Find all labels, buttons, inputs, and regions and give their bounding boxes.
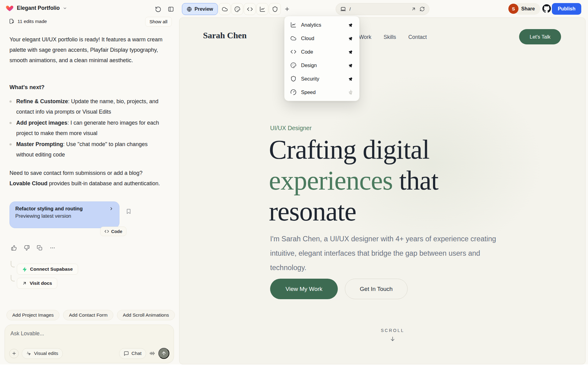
avatar[interactable]: S bbox=[508, 4, 518, 14]
get-in-touch-button[interactable]: Get In Touch bbox=[345, 279, 408, 299]
code-icon bbox=[247, 6, 253, 12]
nav-link-contact[interactable]: Contact bbox=[408, 34, 427, 40]
message-actions bbox=[11, 245, 55, 251]
scroll-label: SCROLL bbox=[362, 328, 423, 333]
chevron-right-icon bbox=[109, 206, 114, 211]
preview-button[interactable]: Preview bbox=[182, 3, 218, 15]
pin-off-icon[interactable] bbox=[348, 90, 353, 95]
arrow-down-icon bbox=[390, 336, 396, 342]
thumbs-down-icon[interactable] bbox=[24, 245, 30, 251]
history-icon[interactable] bbox=[154, 6, 162, 13]
version-card[interactable]: Refactor styling and routing Previewing … bbox=[9, 201, 119, 228]
visual-edits-button[interactable]: Visual edits bbox=[22, 348, 63, 359]
preview-url-bar[interactable]: / bbox=[336, 3, 429, 15]
supabase-icon bbox=[22, 267, 27, 272]
url-path[interactable]: / bbox=[349, 6, 351, 12]
pin-icon[interactable] bbox=[348, 22, 353, 28]
send-button[interactable] bbox=[158, 348, 169, 359]
assistant-message-intro: Your elegant UI/UX portfolio is ready! I… bbox=[9, 34, 163, 66]
panel-left-icon[interactable] bbox=[167, 6, 175, 13]
hero-buttons: View My Work Get In Touch bbox=[270, 279, 408, 299]
refresh-icon[interactable] bbox=[420, 6, 425, 12]
thumbs-up-icon[interactable] bbox=[11, 245, 17, 251]
nav-link-skills[interactable]: Skills bbox=[384, 34, 396, 40]
pin-icon[interactable] bbox=[348, 63, 353, 68]
menu-item-label: Analytics bbox=[301, 22, 321, 28]
publish-label: Publish bbox=[558, 6, 575, 12]
preview-label: Preview bbox=[194, 6, 213, 12]
site-preview-frame: Sarah Chen Work Skills Contact Let's Tal… bbox=[179, 17, 586, 364]
analytics-icon bbox=[290, 22, 296, 28]
view-my-work-button[interactable]: View My Work bbox=[270, 279, 338, 299]
show-all-button[interactable]: Show all bbox=[145, 17, 172, 27]
visit-docs-button[interactable]: Visit docs bbox=[17, 278, 57, 289]
bookmark-icon[interactable] bbox=[126, 208, 132, 214]
version-card-title: Refactor styling and routing bbox=[15, 206, 83, 212]
security-tool-button[interactable] bbox=[269, 3, 281, 15]
menu-item-design[interactable]: Design bbox=[285, 58, 359, 72]
tree-connector bbox=[11, 275, 15, 281]
add-tool-icon[interactable] bbox=[283, 5, 291, 13]
open-external-icon[interactable] bbox=[411, 6, 416, 12]
composer-toolbar: Visual edits Chat bbox=[9, 348, 169, 359]
edits-summary[interactable]: 11 edits made bbox=[9, 18, 47, 24]
connect-supabase-action: Connect Supabase bbox=[10, 260, 78, 275]
dictation-icon[interactable] bbox=[149, 350, 155, 356]
menu-item-security[interactable]: Security bbox=[285, 72, 359, 85]
shield-icon bbox=[290, 76, 296, 82]
palette-icon bbox=[290, 62, 296, 68]
more-options-icon[interactable] bbox=[50, 245, 55, 251]
menu-item-speed[interactable]: Speed bbox=[285, 85, 359, 99]
suggestion-add-scroll-animations[interactable]: Add Scroll Animations bbox=[117, 310, 175, 320]
scroll-indicator: SCROLL bbox=[362, 328, 423, 342]
arrow-up-right-icon bbox=[22, 281, 27, 286]
suggestion-add-contact-form[interactable]: Add Contact Form bbox=[63, 310, 113, 320]
whats-next-heading: What's next? bbox=[9, 82, 163, 92]
pin-icon[interactable] bbox=[348, 36, 353, 41]
nav-link-work[interactable]: Work bbox=[359, 34, 371, 40]
edits-count-label: 11 edits made bbox=[17, 19, 47, 24]
ask-lovable-input[interactable] bbox=[10, 330, 164, 344]
bullet-text: Refine & Customize: Update the name, bio… bbox=[16, 96, 163, 117]
lovable-logo-icon bbox=[6, 4, 14, 12]
chat-mode-button[interactable]: Chat bbox=[119, 348, 146, 359]
list-item: Master Prompting: Use "chat mode" to pla… bbox=[9, 139, 163, 160]
chevron-down-icon bbox=[63, 6, 67, 10]
lets-talk-button[interactable]: Let's Talk bbox=[519, 29, 561, 44]
bullet-text: Add project images: I can generate hero … bbox=[16, 118, 163, 138]
hero-headline: Crafting digital experiences that resona… bbox=[269, 134, 438, 227]
connect-supabase-button[interactable]: Connect Supabase bbox=[17, 264, 78, 275]
site-logo[interactable]: Sarah Chen bbox=[203, 31, 247, 40]
palette-icon bbox=[234, 6, 240, 12]
project-name: Elegant Portfolio bbox=[17, 5, 60, 11]
menu-item-code[interactable]: Code bbox=[285, 45, 359, 58]
analytics-tool-button[interactable] bbox=[256, 3, 268, 15]
cloud-tool-button[interactable] bbox=[219, 3, 231, 15]
publish-button[interactable]: Publish bbox=[552, 3, 581, 15]
copy-icon[interactable] bbox=[37, 245, 43, 251]
attach-button[interactable] bbox=[9, 349, 19, 358]
menu-item-label: Design bbox=[301, 62, 317, 68]
pin-icon[interactable] bbox=[348, 76, 353, 81]
code-tool-button[interactable] bbox=[244, 3, 256, 15]
device-laptop-icon[interactable] bbox=[340, 6, 346, 12]
menu-item-cloud[interactable]: Cloud bbox=[285, 32, 359, 45]
cloud-note: Need to save contact form submissions or… bbox=[9, 168, 163, 189]
visual-edits-label: Visual edits bbox=[34, 351, 58, 356]
menu-item-analytics[interactable]: Analytics bbox=[285, 18, 359, 32]
headline-line-2: experiences that bbox=[269, 165, 438, 196]
github-icon[interactable] bbox=[541, 3, 552, 14]
version-card-status: Previewing latest version bbox=[15, 213, 114, 219]
design-tool-button[interactable] bbox=[231, 3, 243, 15]
code-chip-label: Code bbox=[111, 229, 122, 234]
chat-composer[interactable]: Visual edits Chat bbox=[5, 325, 174, 363]
menu-item-label: Code bbox=[301, 49, 313, 55]
code-chip-button[interactable]: Code bbox=[100, 227, 126, 236]
line-chart-icon bbox=[259, 6, 266, 12]
suggestion-add-project-images[interactable]: Add Project Images bbox=[6, 310, 59, 320]
project-switcher[interactable]: Elegant Portfolio bbox=[6, 4, 67, 12]
suggestion-chips: Add Project Images Add Contact Form Add … bbox=[6, 310, 179, 320]
share-label: Share bbox=[521, 6, 535, 12]
pin-icon[interactable] bbox=[348, 49, 353, 55]
headline-line-1: Crafting digital bbox=[269, 134, 438, 165]
